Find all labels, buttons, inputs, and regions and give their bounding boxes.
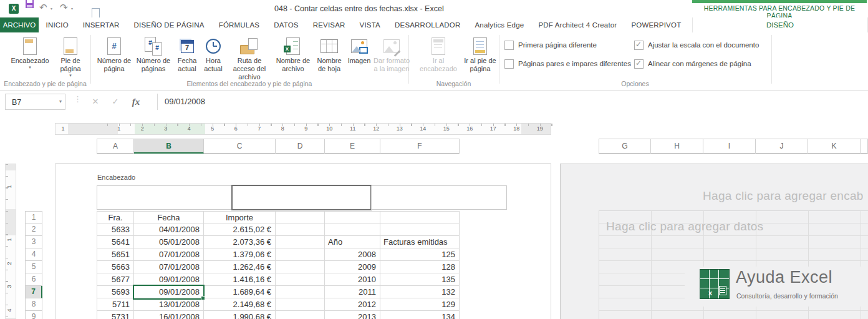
cell-E1[interactable] [325,212,380,223]
cell-E9[interactable]: 2013 [325,311,380,319]
cell-E7[interactable]: 2011 [325,286,380,298]
cell-D7[interactable] [276,286,325,298]
current-date-button[interactable]: Fecha actual [173,36,201,73]
cell-C5[interactable]: 1.262,46 € [204,261,276,273]
column-header-J[interactable]: J [756,139,808,154]
tab-analytics-edge[interactable]: Analytics Edge [468,17,531,32]
header-section-center[interactable] [231,185,372,210]
cell-C9[interactable]: 1.990,68 € [204,311,276,319]
tab-formulas[interactable]: FÓRMULAS [211,17,267,32]
row-header-8[interactable]: 8 [25,298,42,311]
cell-F2[interactable] [380,223,460,235]
column-header-E[interactable]: E [325,139,380,154]
tab-insertar[interactable]: INSERTAR [75,17,127,32]
cell-C4[interactable]: 1.379,06 € [204,248,276,260]
insert-function-icon[interactable]: fx [128,94,144,110]
header-section-left[interactable] [97,185,232,210]
cell-A1[interactable]: Fra. [97,212,134,223]
cell-F3[interactable]: Facturas emitidas [380,236,460,248]
cell-D5[interactable] [276,261,325,273]
cell-E6[interactable]: 2010 [325,273,380,285]
cell-F9[interactable]: 134 [380,311,460,319]
column-header-C[interactable]: C [204,139,276,154]
column-header-K[interactable]: K [808,139,861,154]
go-to-footer-button[interactable]: Ir al pie de página [461,36,499,73]
tab-pdf-architect[interactable]: PDF Architect 4 Creator [531,17,624,32]
cell-B5[interactable]: 07/01/2008 [134,261,204,273]
ayuda-excel-logo[interactable]: x Ayuda Excel Consultoría, desarrollo y … [685,267,868,307]
column-header-A[interactable]: A [97,139,134,154]
row-header-7[interactable]: 7 [25,286,42,298]
header-button[interactable]: Encabezado ▾ [9,36,51,70]
cell-B2[interactable]: 04/01/2008 [134,223,204,235]
checkbox-ajustar-escala[interactable]: Ajustar la escala con el documento [634,40,759,50]
save-icon[interactable] [26,0,34,8]
row-header-5[interactable]: 5 [25,261,42,273]
new-document-icon[interactable] [92,8,100,18]
tab-inicio[interactable]: INICIO [39,17,75,32]
cell-A8[interactable]: 5711 [97,298,134,310]
name-box[interactable]: B7 ▾ [5,94,65,110]
cell-F4[interactable]: 125 [380,248,460,260]
cell-A3[interactable]: 5641 [97,236,134,248]
fill-handle[interactable] [201,296,205,300]
tab-revisar[interactable]: REVISAR [306,17,352,32]
tab-datos[interactable]: DATOS [267,17,306,32]
sheet-name-button[interactable]: Nombre de hoja [313,36,345,73]
header-section-right[interactable] [371,185,507,210]
excel-logo-icon[interactable]: X [9,4,19,14]
cell-C8[interactable]: 2.149,68 € [204,298,276,310]
undo-chevron-icon[interactable]: ▾ [51,6,52,11]
cell-F7[interactable]: 132 [380,286,460,298]
vertical-ruler[interactable]: 1 1234 [5,164,16,319]
cell-E8[interactable]: 2012 [325,298,380,310]
cell-A5[interactable]: 5663 [97,261,134,273]
cell-A2[interactable]: 5633 [97,223,134,235]
selected-cell-border[interactable] [133,285,205,300]
cell-F1[interactable] [380,212,460,223]
footer-button[interactable]: Pie de página ▾ [52,36,89,78]
tab-archivo[interactable]: ARCHIVO [0,17,39,32]
cell-D2[interactable] [276,223,325,235]
cell-F6[interactable]: 135 [380,273,460,285]
cell-D8[interactable] [276,298,325,310]
checkbox-alinear-margenes[interactable]: Alinear con márgenes de página [634,59,751,69]
cell-F8[interactable]: 129 [380,298,460,310]
checkbox-paginas-pares-impares[interactable]: Páginas pares e impares diferentes [504,59,631,69]
cell-C6[interactable]: 1.416,16 € [204,273,276,285]
cell-B8[interactable]: 13/01/2008 [134,298,204,310]
cell-C1[interactable]: Importe [204,212,276,223]
cell-A9[interactable]: 5731 [97,311,134,319]
cell-A6[interactable]: 5677 [97,273,134,285]
cell-D4[interactable] [276,248,325,260]
column-header-I[interactable]: I [703,139,756,154]
column-header-partial[interactable] [861,139,868,154]
file-name-button[interactable]: Nombre de archivo [273,36,313,73]
column-header-G[interactable]: G [599,139,651,154]
tab-powerpivot[interactable]: POWERPIVOT [624,17,688,32]
tab-diseno-de-pagina[interactable]: DISEÑO DE PÁGINA [127,17,211,32]
cell-E4[interactable]: 2008 [325,248,380,260]
page-number-button[interactable]: Número de página [95,36,133,73]
cell-F5[interactable]: 128 [380,261,460,273]
cell-B4[interactable]: 07/01/2008 [134,248,204,260]
horizontal-ruler[interactable]: 1 12345678910111213141516171819 [55,123,551,135]
cell-A7[interactable]: 5693 [97,286,134,298]
cell-A4[interactable]: 5651 [97,248,134,260]
tab-desarrollador[interactable]: DESARROLLADOR [388,17,468,32]
file-path-button[interactable]: Ruta de acceso del archivo [226,36,273,81]
cell-C3[interactable]: 2.073,36 € [204,236,276,248]
redo-chevron-icon[interactable]: ▾ [71,6,73,11]
page-2-header-placeholder[interactable]: Haga clic para agregar encab [703,189,864,203]
column-header-F[interactable]: F [380,139,460,154]
cell-D3[interactable] [276,236,325,248]
row-header-4[interactable]: 4 [25,248,42,261]
tab-vista[interactable]: VISTA [352,17,387,32]
row-header-9[interactable]: 9 [25,311,42,319]
cell-E5[interactable]: 2009 [325,261,380,273]
cell-D1[interactable] [276,212,325,223]
cell-B1[interactable]: Fecha [134,212,204,223]
current-time-button[interactable]: Hora actual [201,36,226,73]
checkbox-primera-pagina-diferente[interactable]: Primera página diferente [504,40,597,50]
redo-icon[interactable]: ↷ [60,2,68,12]
